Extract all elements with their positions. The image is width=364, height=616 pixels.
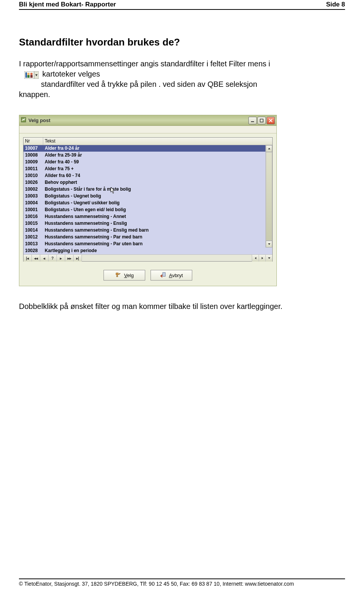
cell-tekst: Boligstatus - Uegnet bolig	[43, 193, 272, 199]
record-nav-strip: |◂◂◂◂?▸▸▸▸|	[24, 254, 272, 261]
svg-rect-9	[260, 119, 263, 122]
table-row[interactable]: 10010Allder fra 60 - 74	[24, 172, 272, 179]
svg-rect-10	[163, 273, 165, 276]
cell-tekst: Husstandens sammensetning - Enslig	[43, 220, 272, 227]
cell-nr: 10026	[24, 179, 43, 186]
titlebar: Velg post	[19, 115, 276, 126]
table-row[interactable]: 10004Boligstatus - Uegnet/ usikker bolig	[24, 200, 272, 207]
cell-tekst: Alder fra 25-39 år	[43, 152, 272, 158]
hscroll-right-button[interactable]	[259, 255, 265, 262]
para-line2a: kartoteker velges	[42, 70, 100, 78]
after-paragraph: Dobbelklikk på ønsket filter og man komm…	[19, 301, 345, 312]
hscroll-left-button[interactable]	[252, 255, 259, 262]
record-nav-button[interactable]: ▸▸	[65, 255, 74, 262]
list-body: 10007Alder fra 0-24 år10008Alder fra 25-…	[24, 145, 272, 254]
dialog-buttons: Velg Avbryt	[19, 264, 276, 286]
col-header-tekst[interactable]: Tekst	[43, 138, 272, 145]
velg-post-window: Velg post Nr Tekst	[19, 115, 277, 286]
cell-nr: 10015	[24, 220, 43, 227]
cell-nr: 10016	[24, 213, 43, 220]
vertical-scrollbar[interactable]	[265, 145, 272, 248]
hscroll-down-button[interactable]	[265, 255, 272, 262]
svg-point-2	[27, 73, 30, 75]
table-row[interactable]: 10002Boligstatus - Står i fare for å mis…	[24, 186, 272, 193]
cell-nr: 10002	[24, 186, 43, 193]
record-nav-button[interactable]: |◂	[24, 255, 32, 262]
table-row[interactable]: 10013Husstandens sammensetning - Par ute…	[24, 241, 272, 248]
kartotek-dropdown-icon	[24, 71, 39, 79]
table-row[interactable]: 10016Husstandens sammensetning - Annet	[24, 213, 272, 220]
table-row[interactable]: 10015Husstandens sammensetning - Enslig	[24, 220, 272, 227]
para-line1: I rapporter/rapportsammensettinger angis…	[19, 60, 270, 68]
table-row[interactable]: 10028Kartlegging i en periode	[24, 248, 272, 254]
cell-nr: 10009	[24, 159, 43, 165]
cell-tekst: Boligstatus - Uten egen eid/ leid bolig	[43, 207, 272, 213]
record-nav-button[interactable]: ◂◂	[32, 255, 40, 262]
table-row[interactable]: 10012Husstandens sammensetning - Par med…	[24, 234, 272, 241]
table-row[interactable]: 10003Boligstatus - Uegnet bolig	[24, 193, 272, 200]
body-paragraph: I rapporter/rapportsammensettinger angis…	[19, 59, 345, 100]
svg-rect-5	[30, 75, 33, 78]
cell-nr: 10012	[24, 234, 43, 240]
velg-icon	[115, 272, 121, 278]
scroll-down-button[interactable]	[266, 241, 272, 248]
cell-tekst: Alder fra 0-24 år	[43, 145, 272, 152]
record-nav-button[interactable]: ▸|	[74, 255, 82, 262]
cell-tekst: Husstandens sammensetning - Par med barn	[43, 234, 272, 240]
cell-nr: 10007	[24, 145, 43, 152]
cell-nr: 10028	[24, 248, 43, 254]
cell-nr: 10010	[24, 172, 43, 179]
cell-tekst: Husstandens sammensetning - Enslig med b…	[43, 227, 272, 234]
cell-tekst: Behov opphørt	[43, 179, 272, 186]
header-right: Side 8	[326, 1, 345, 8]
maximize-button[interactable]	[257, 117, 266, 124]
hscroll-track[interactable]	[82, 255, 252, 261]
avbryt-icon	[160, 272, 166, 278]
col-header-nr[interactable]: Nr	[24, 138, 43, 145]
cell-tekst: Boligstatus - Står i fare for å miste bo…	[43, 186, 272, 193]
scroll-up-button[interactable]	[266, 145, 272, 152]
scroll-thumb[interactable]	[266, 152, 272, 241]
cell-tekst: Boligstatus - Uegnet/ usikker bolig	[43, 200, 272, 206]
velg-button[interactable]: Velg	[104, 270, 145, 281]
table-row[interactable]: 10009Alder fra 40 - 59	[24, 159, 272, 166]
section-title: Standardfilter hvordan brukes de?	[19, 36, 345, 48]
avbryt-underline: A	[169, 273, 172, 278]
cell-nr: 10013	[24, 241, 43, 247]
table-row[interactable]: 10026Behov opphørt	[24, 179, 272, 186]
table-row[interactable]: 10011Alder fra 75 +	[24, 166, 272, 172]
avbryt-button[interactable]: Avbryt	[151, 270, 192, 281]
cell-nr: 10004	[24, 200, 43, 206]
svg-rect-1	[25, 72, 27, 78]
minimize-button[interactable]	[248, 117, 257, 124]
page-footer: © TietoEnator, Stasjonsgt. 37, 1820 SPYD…	[19, 578, 345, 587]
window-icon	[21, 117, 26, 124]
svg-rect-8	[251, 121, 254, 122]
list-grid[interactable]: Nr Tekst 10007Alder fra 0-24 år10008Alde…	[23, 137, 273, 262]
cell-tekst: Allder fra 60 - 74	[43, 172, 272, 179]
cell-nr: 10011	[24, 166, 43, 172]
table-row[interactable]: 10007Alder fra 0-24 år	[24, 145, 272, 152]
page-header: Bli kjent med Bokart- Rapporter Side 8	[19, 0, 345, 10]
window-title: Velg post	[28, 118, 50, 123]
para-line2b: standardfilter ved å trykke på pilen . v…	[41, 80, 257, 88]
velg-label-rest: elg	[127, 273, 133, 278]
table-row[interactable]: 10014Husstandens sammensetning - Enslig …	[24, 227, 272, 234]
table-row[interactable]: 10008Alder fra 25-39 år	[24, 152, 272, 159]
avbryt-label-rest: vbryt	[172, 273, 183, 278]
list-header: Nr Tekst	[24, 138, 272, 145]
para-line3: knappen.	[19, 90, 50, 99]
svg-point-4	[30, 73, 33, 75]
cell-nr: 10014	[24, 227, 43, 234]
header-left: Bli kjent med Bokart- Rapporter	[19, 1, 116, 8]
record-nav-button[interactable]: ?	[49, 255, 57, 262]
svg-rect-3	[27, 75, 30, 78]
record-nav-button[interactable]: ▸	[57, 255, 65, 262]
close-button[interactable]	[267, 117, 275, 124]
cell-nr: 10003	[24, 193, 43, 199]
record-nav-button[interactable]: ◂	[40, 255, 49, 262]
table-row[interactable]: 10001Boligstatus - Uten egen eid/ leid b…	[24, 207, 272, 213]
cell-tekst: Husstandens sammensetning - Annet	[43, 213, 272, 220]
cell-tekst: Alder fra 40 - 59	[43, 159, 272, 165]
cell-tekst: Husstandens sammensetning - Par uten bar…	[43, 241, 272, 247]
